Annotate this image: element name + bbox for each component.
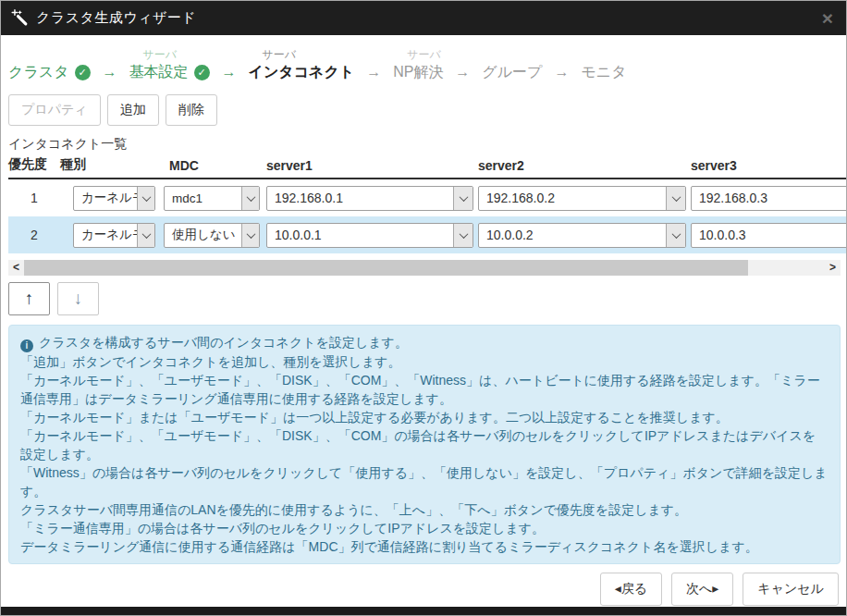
step-label: クラスタ xyxy=(8,63,69,82)
step-np-resolution[interactable]: サーバ NP解決 xyxy=(393,47,443,82)
step-group-label: サーバ xyxy=(407,47,443,63)
page-background-strip xyxy=(1,607,846,615)
scroll-right-icon[interactable]: > xyxy=(825,260,841,276)
scrollbar-thumb[interactable] xyxy=(24,260,748,276)
step-label: 基本設定 xyxy=(129,63,189,82)
server1-address-value: 10.0.0.1 xyxy=(267,224,453,247)
server3-address-select[interactable]: 192.168.0.3 xyxy=(691,186,847,211)
type-select-value: カーネルモード xyxy=(74,187,137,210)
step-arrow-icon: → xyxy=(103,64,117,82)
step-label: グループ xyxy=(482,63,542,82)
priority-value: 2 xyxy=(8,228,60,242)
delete-button[interactable]: 削除 xyxy=(166,94,217,126)
move-down-button[interactable]: ↓ xyxy=(57,282,99,315)
server2-address-value: 192.168.0.2 xyxy=(479,187,666,210)
header-priority: 優先度 xyxy=(8,156,60,173)
interconnect-row: 2 カーネルモード 使用しない 10.0.0.1 10.0.0.2 xyxy=(8,216,847,253)
step-monitor[interactable]: モニタ xyxy=(581,47,626,82)
arrow-up-icon: ↑ xyxy=(25,289,34,309)
chevron-down-icon xyxy=(137,187,154,210)
mdc-select[interactable]: 使用しない xyxy=(164,223,260,248)
type-select-value: カーネルモード xyxy=(74,224,137,247)
info-icon: i xyxy=(20,339,33,352)
chevron-down-icon xyxy=(137,224,154,247)
step-label: インタコネクト xyxy=(249,63,355,82)
wizard-stepper: クラスタ ✓ → サーバ 基本設定 ✓ → サーバ インタコネクト → サーバ … xyxy=(1,35,846,82)
server1-address-select[interactable]: 10.0.0.1 xyxy=(266,223,473,248)
mdc-select-value: mdc1 xyxy=(165,187,241,210)
wizard-wand-icon xyxy=(11,9,29,27)
chevron-down-icon xyxy=(666,224,685,247)
cluster-wizard-dialog: クラスタ生成ウィザード × クラスタ ✓ → サーバ 基本設定 ✓ → サーバ … xyxy=(0,0,847,616)
info-banner: iクラスタを構成するサーバ間のインタコネクトを設定します。 「追加」ボタンでイン… xyxy=(8,325,841,564)
step-label: NP解決 xyxy=(393,63,443,82)
info-banner-text: クラスタを構成するサーバ間のインタコネクトを設定します。 「追加」ボタンでインタ… xyxy=(20,335,828,554)
server3-address-value: 10.0.0.3 xyxy=(692,224,847,247)
step-arrow-icon: → xyxy=(222,64,237,82)
interconnect-row: 1 カーネルモード mdc1 192.168.0.1 192.168.0.2 xyxy=(8,179,847,216)
chevron-down-icon xyxy=(241,224,259,247)
step-group-label: サーバ xyxy=(143,47,210,63)
move-up-button[interactable]: ↑ xyxy=(8,282,50,315)
step-group[interactable]: グループ xyxy=(482,47,542,82)
interconnect-list-title: インタコネクト一覧 xyxy=(8,136,839,153)
step-complete-icon: ✓ xyxy=(194,65,210,80)
chevron-down-icon xyxy=(241,187,259,210)
step-arrow-icon: → xyxy=(455,64,470,82)
header-server1: server1 xyxy=(263,158,475,173)
step-group-label xyxy=(22,47,91,63)
server1-address-value: 192.168.0.1 xyxy=(267,187,453,210)
header-mdc: MDC xyxy=(160,158,263,173)
server1-address-select[interactable]: 192.168.0.1 xyxy=(266,186,473,211)
step-group-label xyxy=(595,47,626,63)
mdc-select-value: 使用しない xyxy=(165,224,241,247)
step-basic-settings[interactable]: サーバ 基本設定 ✓ xyxy=(129,47,210,82)
server2-address-select[interactable]: 192.168.0.2 xyxy=(478,186,686,211)
step-cluster[interactable]: クラスタ ✓ xyxy=(8,47,91,82)
property-button[interactable]: プロパティ xyxy=(8,94,101,126)
dialog-title: クラスタ生成ウィザード xyxy=(36,9,196,27)
step-arrow-icon: → xyxy=(366,64,381,82)
step-label: モニタ xyxy=(581,63,626,82)
type-select[interactable]: カーネルモード xyxy=(73,223,155,248)
scroll-left-icon[interactable]: < xyxy=(8,260,24,276)
chevron-down-icon xyxy=(453,187,473,210)
back-button[interactable]: ◂戻る xyxy=(600,573,662,606)
wizard-footer: ◂戻る 次へ▸ キャンセル xyxy=(600,573,839,606)
chevron-down-icon xyxy=(666,187,685,210)
table-header-row: 優先度 種別 MDC server1 server2 server3 xyxy=(8,156,847,179)
add-button[interactable]: 追加 xyxy=(107,94,159,126)
server3-address-select[interactable]: 10.0.0.3 xyxy=(691,223,847,248)
cancel-button[interactable]: キャンセル xyxy=(743,573,839,606)
header-type: 種別 xyxy=(60,156,160,173)
priority-reorder-buttons: ↑ ↓ xyxy=(8,282,846,315)
header-server2: server2 xyxy=(475,158,687,173)
dialog-titlebar: クラスタ生成ウィザード × xyxy=(1,1,846,35)
header-server3: server3 xyxy=(687,158,847,173)
close-icon[interactable]: × xyxy=(822,8,833,28)
step-interconnect[interactable]: サーバ インタコネクト xyxy=(249,47,355,82)
server2-address-value: 10.0.0.2 xyxy=(479,224,666,247)
priority-value: 1 xyxy=(8,191,60,205)
next-button[interactable]: 次へ▸ xyxy=(671,573,733,606)
server3-address-value: 192.168.0.3 xyxy=(692,187,847,210)
server2-address-select[interactable]: 10.0.0.2 xyxy=(478,223,686,248)
chevron-down-icon xyxy=(453,224,473,247)
arrow-down-icon: ↓ xyxy=(74,289,83,309)
step-complete-icon: ✓ xyxy=(75,65,91,80)
mdc-select[interactable]: mdc1 xyxy=(164,186,260,211)
horizontal-scrollbar[interactable]: < > xyxy=(8,260,841,276)
step-arrow-icon: → xyxy=(554,64,569,82)
type-select[interactable]: カーネルモード xyxy=(73,186,155,211)
interconnect-toolbar: プロパティ 追加 削除 xyxy=(1,82,846,126)
step-group-label xyxy=(496,47,542,63)
step-group-label: サーバ xyxy=(263,47,355,63)
